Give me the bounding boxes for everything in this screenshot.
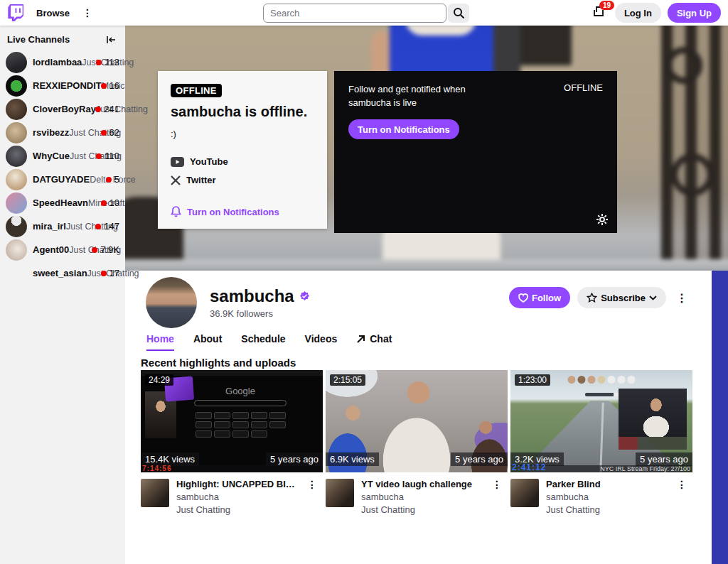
live-dot <box>106 177 112 183</box>
collapse-sidebar-icon[interactable] <box>105 35 117 45</box>
follow-message: Follow and get notified when sambucha is… <box>348 82 498 109</box>
viewer-count: 147 <box>104 221 119 232</box>
video-category[interactable]: Just Chatting <box>176 504 297 515</box>
video-duration: 1:23:00 <box>515 374 550 386</box>
video-options-icon[interactable]: ⋮ <box>674 479 690 515</box>
video-channel-avatar[interactable] <box>141 479 169 507</box>
twitter-link[interactable]: Twitter <box>171 175 314 185</box>
viewer-count: 5 <box>114 174 119 185</box>
channel-page-content: sambucha 36.9K followers Follow Subscrib… <box>125 271 712 564</box>
video-thumbnail[interactable]: 2:15:05 6.9K views 5 years ago <box>326 370 508 472</box>
avatar <box>6 216 27 237</box>
viewer-count: 113 <box>105 57 119 67</box>
video-channel-name[interactable]: sambucha <box>546 492 667 502</box>
player-offline-label: OFFLINE <box>564 82 603 93</box>
sidebar-channel-datguyade[interactable]: DATGUYADEDelta Force 5 <box>0 168 125 191</box>
video-age: 5 years ago <box>636 452 692 466</box>
video-age: 5 years ago <box>266 452 323 466</box>
turn-on-notifications-button[interactable]: Turn on Notifications <box>348 119 459 139</box>
channel-banner: OFFLINE sambucha is offline. :) YouTube … <box>125 26 728 271</box>
video-card: 1:23:00 3.2K views 5 years ago 2:41:12 N… <box>510 370 692 515</box>
video-title[interactable]: YT video laugh challenge <box>361 479 482 489</box>
turn-on-notifications-link[interactable]: Turn on Notifications <box>171 206 279 217</box>
video-title[interactable]: Parker Blind <box>546 479 667 489</box>
live-dot <box>101 130 107 136</box>
login-button[interactable]: Log In <box>615 3 661 23</box>
channel-name-heading: sambucha <box>210 286 294 306</box>
verified-badge-icon <box>299 291 310 302</box>
sidebar-channel-whycue[interactable]: WhyCueJust Chatting 110 <box>0 144 125 168</box>
channel-more-options-icon[interactable]: ⋮ <box>673 291 690 305</box>
video-card-row: Google 24:29 15.4K views 5 years ago 7:1… <box>141 370 692 515</box>
avatar <box>6 169 27 190</box>
video-duration: 24:29 <box>145 374 173 386</box>
tab-schedule[interactable]: Schedule <box>241 333 285 351</box>
stream-timer-text: 2:41:12 <box>512 462 546 472</box>
bell-icon <box>171 206 181 217</box>
stream-timer-text: 7:14:56 <box>142 465 171 472</box>
channel-name: CloverBoyRay <box>33 104 96 114</box>
live-dot <box>101 83 107 89</box>
more-menu-icon[interactable]: ⋮ <box>82 7 92 18</box>
viewer-count: 7.9K <box>100 244 119 255</box>
twitch-logo-icon[interactable] <box>7 4 23 21</box>
sidebar-channel-agent00[interactable]: Agent00Just Chatting 7.9K <box>0 238 125 261</box>
channel-tabs: Home About Schedule Videos Chat <box>146 333 392 351</box>
live-dot <box>101 271 107 276</box>
tab-home[interactable]: Home <box>146 333 174 351</box>
search-button[interactable] <box>448 4 469 23</box>
channel-avatar[interactable] <box>146 277 197 328</box>
video-channel-avatar[interactable] <box>326 479 354 507</box>
tab-about[interactable]: About <box>193 333 222 351</box>
avatar <box>6 122 27 143</box>
thumbnail-caption: NYC IRL Stream Friday: 27/100 <box>600 465 690 472</box>
channel-name: DATGUYADE <box>33 174 90 185</box>
tab-chat[interactable]: Chat <box>356 333 392 351</box>
x-twitter-icon <box>171 175 181 185</box>
sidebar-channel-mira-irl[interactable]: mira_irlJust Chatting 147 <box>0 215 125 238</box>
channel-name: WhyCue <box>33 151 70 161</box>
sidebar-channel-sweet-asian[interactable]: sweet_asianJust Chatting 17 <box>0 261 125 285</box>
channel-name: rsvibezz <box>33 127 69 138</box>
video-options-icon[interactable]: ⋮ <box>304 479 320 515</box>
signup-button[interactable]: Sign Up <box>668 3 721 23</box>
channel-name: SpeedHeavn <box>33 197 88 208</box>
inbox-icon[interactable]: 19 <box>593 6 609 20</box>
chevron-down-icon <box>649 295 657 300</box>
avatar <box>6 146 27 167</box>
follower-count: 36.9K followers <box>210 308 310 319</box>
external-link-arrow-icon <box>356 335 365 344</box>
follow-button[interactable]: Follow <box>509 287 570 308</box>
subscribe-button[interactable]: Subscribe <box>577 287 666 308</box>
video-thumbnail[interactable]: Google 24:29 15.4K views 5 years ago 7:1… <box>141 370 323 472</box>
search-icon <box>453 7 465 19</box>
sidebar-channel-speedheavn[interactable]: SpeedHeavnMinecraft 10 <box>0 191 125 215</box>
browse-link[interactable]: Browse <box>36 8 70 18</box>
video-card: 2:15:05 6.9K views 5 years ago YT video … <box>326 370 508 515</box>
avatar <box>6 192 27 214</box>
viewer-count: 10 <box>109 197 119 208</box>
tab-videos[interactable]: Videos <box>305 333 338 351</box>
sidebar-channel-rsvibezz[interactable]: rsvibezzJust Chatting 62 <box>0 121 125 144</box>
live-dot <box>96 60 102 65</box>
video-category[interactable]: Just Chatting <box>546 504 667 515</box>
video-thumbnail[interactable]: 1:23:00 3.2K views 5 years ago 2:41:12 N… <box>510 370 692 472</box>
video-channel-avatar[interactable] <box>510 479 539 507</box>
video-category[interactable]: Just Chatting <box>361 504 482 515</box>
player-settings-gear-icon[interactable] <box>596 213 609 226</box>
sidebar-channel-lordlambaa[interactable]: lordlambaaJust Chatting 113 <box>0 50 125 74</box>
channel-status-note: :) <box>171 129 314 139</box>
sidebar-channel-rexxiepondit[interactable]: REXXIEPONDITMusic 16 <box>0 74 125 97</box>
viewer-count: 16 <box>109 80 119 91</box>
youtube-icon <box>171 157 184 167</box>
youtube-link[interactable]: YouTube <box>171 156 314 167</box>
sidebar-channel-cloverboyray[interactable]: CloverBoyRayJust Chatting 241 <box>0 97 125 121</box>
video-channel-name[interactable]: sambucha <box>176 492 297 502</box>
search-input[interactable] <box>263 4 446 23</box>
video-options-icon[interactable]: ⋮ <box>489 479 505 515</box>
video-title[interactable]: Highlight: UNCAPPED BIRTHDAY SUB... <box>176 479 297 489</box>
video-channel-name[interactable]: sambucha <box>361 492 482 502</box>
live-channels-sidebar: Live Channels lordlambaaJust Chatting 11… <box>0 26 125 564</box>
heart-icon <box>518 293 528 303</box>
sidebar-title: Live Channels <box>7 34 70 45</box>
